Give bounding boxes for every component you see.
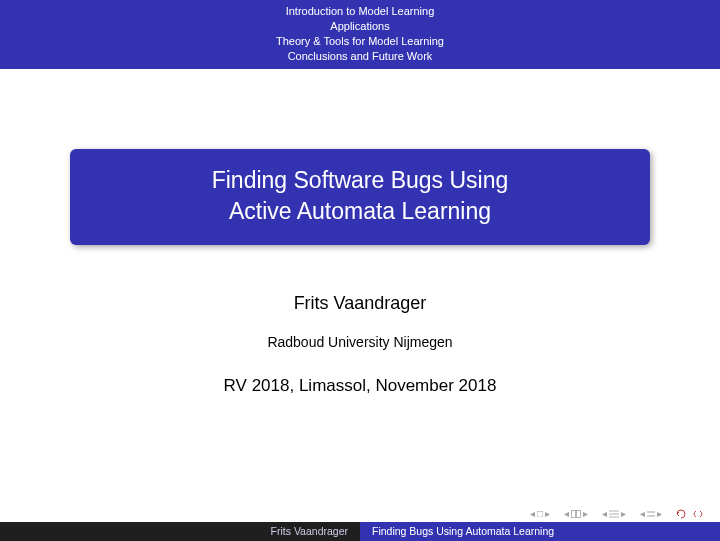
title-line-2: Active Automata Learning [90,196,630,227]
slide: Introduction to Model Learning Applicati… [0,0,720,541]
nav-frame-icon[interactable]: ◂▸ [564,508,588,519]
footer: Frits Vaandrager Finding Bugs Using Auto… [0,522,720,541]
outline-item: Conclusions and Future Work [0,49,720,64]
title-block: Finding Software Bugs Using Active Autom… [70,149,650,245]
nav-section-icon[interactable]: ◂▸ [640,508,662,519]
date: RV 2018, Limassol, November 2018 [224,376,497,396]
author: Frits Vaandrager [294,293,427,314]
slide-body: Finding Software Bugs Using Active Autom… [0,69,720,522]
svg-rect-1 [577,510,581,517]
title-line-1: Finding Software Bugs Using [90,165,630,196]
footer-title: Finding Bugs Using Automata Learning [360,522,720,541]
nav-slide-icon[interactable]: ◂□▸ [530,508,550,519]
outline-header: Introduction to Model Learning Applicati… [0,0,720,69]
institute: Radboud University Nijmegen [267,334,452,350]
outline-item: Introduction to Model Learning [0,4,720,19]
nav-symbols: ◂□▸ ◂▸ ◂▸ ◂▸ [530,508,704,519]
footer-author: Frits Vaandrager [0,522,360,541]
outline-item: Applications [0,19,720,34]
svg-rect-0 [572,510,576,517]
nav-subsection-icon[interactable]: ◂▸ [602,508,626,519]
nav-back-forward-icon[interactable] [676,509,704,519]
outline-item: Theory & Tools for Model Learning [0,34,720,49]
